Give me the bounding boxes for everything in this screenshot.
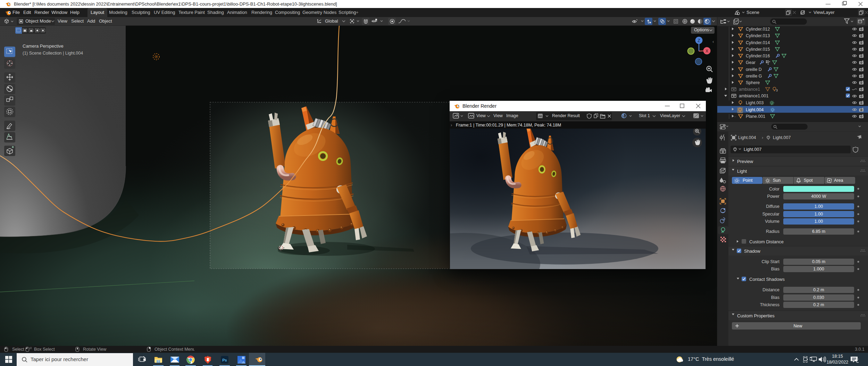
svg-text:oreille G: oreille G: [746, 74, 762, 79]
svg-text:0.05 m: 0.05 m: [812, 259, 825, 264]
svg-text:Bias: Bias: [771, 267, 779, 271]
svg-text:Power: Power: [767, 194, 779, 199]
svg-text:Cylinder.012: Cylinder.012: [746, 27, 770, 32]
svg-text:Box Select: Box Select: [34, 347, 55, 352]
svg-text:Specular: Specular: [762, 212, 779, 217]
svg-text:Light: Light: [737, 169, 747, 174]
svg-text:Thickness: Thickness: [760, 302, 779, 307]
svg-text:Sun: Sun: [773, 178, 781, 183]
svg-text:1.00: 1.00: [815, 204, 823, 209]
svg-text:1.00: 1.00: [815, 219, 823, 224]
svg-text:X: X: [706, 49, 708, 54]
svg-text:3: 3: [776, 89, 778, 92]
svg-text:Radius: Radius: [766, 229, 779, 234]
svg-text:Diffuse: Diffuse: [766, 204, 779, 209]
svg-text:Custom Properties: Custom Properties: [737, 313, 775, 318]
svg-text:Light.007: Light.007: [744, 147, 761, 152]
svg-text:Custom Distance: Custom Distance: [749, 239, 784, 244]
svg-text:1.000: 1.000: [813, 267, 824, 271]
svg-text:Cylinder.014: Cylinder.014: [746, 40, 770, 45]
svg-text:Cylinder.015: Cylinder.015: [746, 47, 770, 52]
svg-text:ambiance1.001: ambiance1.001: [739, 93, 769, 98]
svg-text:Cylinder.013: Cylinder.013: [746, 33, 770, 38]
svg-text:6.85 m: 6.85 m: [812, 229, 825, 234]
svg-text:Ps: Ps: [222, 358, 227, 362]
svg-text:Clip Start: Clip Start: [762, 259, 780, 264]
svg-text:Plane.001: Plane.001: [746, 114, 765, 119]
svg-text:Light.003: Light.003: [746, 100, 763, 105]
svg-text:Shadow: Shadow: [744, 249, 761, 254]
svg-text:Preview: Preview: [737, 159, 753, 164]
svg-text:0.2 m: 0.2 m: [813, 287, 824, 292]
svg-text:Object Context Menu: Object Context Menu: [155, 347, 194, 352]
svg-text:Area: Area: [834, 178, 843, 183]
svg-text:Light.004: Light.004: [746, 107, 763, 112]
svg-text:Sphere: Sphere: [746, 80, 760, 85]
svg-text:Bias: Bias: [771, 295, 779, 300]
svg-text:0.2 m: 0.2 m: [813, 302, 824, 307]
svg-text:Light.004: Light.004: [738, 135, 756, 140]
svg-text:Z: Z: [698, 38, 700, 43]
svg-text:Volume: Volume: [765, 219, 779, 224]
svg-text:ambiance1: ambiance1: [739, 87, 760, 92]
svg-text:Cylinder.016: Cylinder.016: [746, 54, 770, 58]
svg-text:Select: Select: [12, 347, 24, 352]
svg-text:0.030: 0.030: [813, 295, 824, 300]
svg-text:oreille D: oreille D: [746, 67, 762, 72]
svg-text:Distance: Distance: [762, 287, 779, 292]
svg-text:Color: Color: [769, 187, 779, 192]
svg-text:Rotate View: Rotate View: [83, 347, 107, 352]
svg-text:Point: Point: [743, 178, 753, 183]
svg-text:Contact Shadows: Contact Shadows: [749, 277, 785, 282]
svg-text:4000 W: 4000 W: [811, 194, 826, 199]
svg-text:New: New: [793, 324, 802, 328]
svg-text:Spot: Spot: [804, 178, 813, 183]
svg-text:Gear: Gear: [746, 60, 756, 65]
svg-text:›: ›: [762, 135, 763, 140]
svg-text:Light.007: Light.007: [773, 135, 791, 140]
svg-text:1.00: 1.00: [815, 212, 823, 217]
